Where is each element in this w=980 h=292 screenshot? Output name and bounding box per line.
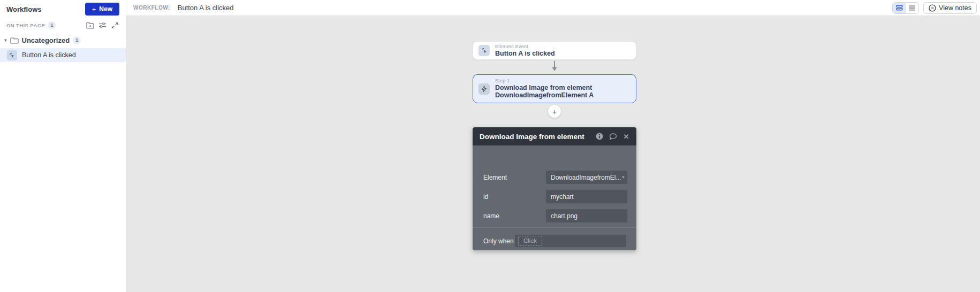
workflows-sidebar: Workflows + New ON THIS PAGE 1 bbox=[0, 0, 126, 292]
name-field-row: name bbox=[483, 209, 627, 222]
step-title-line2: DownloadImagefromElement A bbox=[495, 91, 594, 99]
workflow-name: Button A is clicked bbox=[178, 4, 234, 12]
dialog-body: Element DownloadImagefromEl... ▼ id name… bbox=[473, 145, 636, 250]
caret-down-icon[interactable]: ▾ bbox=[4, 38, 7, 43]
flow-arrow-icon bbox=[551, 61, 558, 72]
sidebar-title: Workflows bbox=[6, 5, 42, 13]
list-view-toggle[interactable] bbox=[906, 3, 918, 13]
action-properties-dialog: Download Image from element ✕ Element bbox=[473, 127, 636, 250]
id-input[interactable] bbox=[546, 190, 627, 203]
view-mode-segmented-control bbox=[892, 2, 919, 14]
filter-sliders-icon[interactable] bbox=[97, 21, 107, 29]
folder-uncategorized[interactable]: ▾ Uncategorized 1 bbox=[0, 33, 126, 48]
dialog-separator bbox=[473, 227, 636, 228]
only-when-label: Only when bbox=[483, 237, 514, 245]
comment-icon[interactable] bbox=[609, 132, 617, 141]
element-event-icon bbox=[478, 45, 490, 56]
sidebar-item-button-a-is-clicked[interactable]: Button A is clicked bbox=[0, 48, 126, 62]
element-event-icon bbox=[7, 50, 17, 60]
event-type-label: Element Event bbox=[495, 44, 555, 50]
step-node-download-image[interactable]: Step 1 Download Image from element Downl… bbox=[473, 74, 636, 103]
card-view-icon bbox=[896, 5, 903, 11]
view-notes-icon bbox=[929, 4, 936, 12]
dropdown-caret-icon: ▼ bbox=[621, 175, 625, 180]
only-when-field[interactable]: Click bbox=[515, 235, 626, 247]
on-this-page-label: ON THIS PAGE bbox=[6, 22, 45, 28]
card-view-toggle[interactable] bbox=[893, 3, 906, 13]
element-dropdown-value: DownloadImagefromEl... bbox=[551, 174, 621, 181]
workflow-canvas[interactable]: Element Event Button A is clicked Step 1… bbox=[126, 16, 980, 292]
list-view-icon bbox=[909, 5, 915, 11]
sidebar-item-label: Button A is clicked bbox=[22, 51, 76, 59]
step-title-line1: Download Image from element bbox=[495, 84, 594, 91]
name-field-label: name bbox=[483, 212, 499, 220]
add-step-plus-icon: + bbox=[552, 107, 557, 116]
element-dropdown[interactable]: DownloadImagefromEl... ▼ bbox=[546, 171, 627, 184]
new-folder-icon[interactable] bbox=[85, 21, 95, 29]
sidebar-header: Workflows + New bbox=[0, 0, 126, 18]
id-field-label: id bbox=[483, 193, 488, 201]
add-step-button[interactable]: + bbox=[548, 105, 561, 118]
plus-icon: + bbox=[92, 6, 96, 13]
new-button-label: New bbox=[99, 5, 112, 13]
view-notes-button[interactable]: View notes bbox=[923, 2, 977, 14]
workflow-label: WORKFLOW: bbox=[133, 5, 170, 11]
step-label: Step 1 bbox=[495, 78, 594, 84]
action-lightning-icon bbox=[478, 83, 490, 95]
id-field-row: id bbox=[483, 190, 627, 203]
only-when-row: Only when Click bbox=[483, 235, 626, 247]
element-field-row: Element DownloadImagefromEl... ▼ bbox=[483, 171, 627, 184]
info-icon[interactable] bbox=[595, 132, 604, 141]
view-notes-label: View notes bbox=[939, 4, 971, 12]
dialog-header[interactable]: Download Image from element ✕ bbox=[473, 127, 636, 145]
event-node-button-a-is-clicked[interactable]: Element Event Button A is clicked bbox=[473, 41, 636, 60]
dialog-title: Download Image from element bbox=[480, 133, 590, 141]
folder-name: Uncategorized bbox=[22, 36, 70, 44]
workflow-topbar: WORKFLOW: Button A is clicked View notes bbox=[126, 0, 980, 16]
folder-count-badge: 1 bbox=[73, 36, 81, 44]
event-title: Button A is clicked bbox=[495, 50, 555, 57]
folder-icon bbox=[10, 37, 19, 44]
close-icon[interactable]: ✕ bbox=[622, 132, 630, 141]
new-workflow-button[interactable]: + New bbox=[85, 3, 119, 16]
element-field-label: Element bbox=[483, 174, 507, 181]
name-input[interactable] bbox=[546, 209, 627, 222]
expand-icon[interactable] bbox=[110, 21, 119, 29]
only-when-click-placeholder[interactable]: Click bbox=[518, 236, 542, 247]
on-this-page-count-badge: 1 bbox=[48, 21, 56, 29]
on-this-page-section: ON THIS PAGE 1 bbox=[0, 18, 126, 33]
